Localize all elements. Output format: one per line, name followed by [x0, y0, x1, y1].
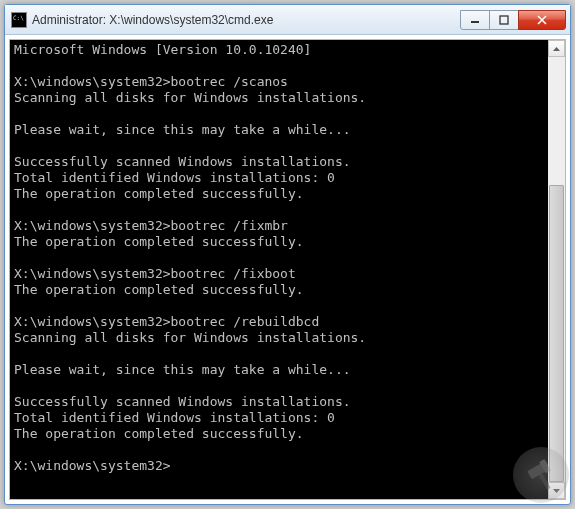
maximize-icon	[499, 15, 509, 25]
titlebar[interactable]: Administrator: X:\windows\system32\cmd.e…	[5, 5, 570, 35]
svg-marker-4	[553, 47, 560, 51]
window-controls	[461, 10, 566, 30]
close-button[interactable]	[518, 10, 566, 30]
window-title: Administrator: X:\windows\system32\cmd.e…	[32, 13, 461, 27]
scroll-up-button[interactable]	[548, 40, 565, 57]
cmd-icon	[11, 12, 27, 28]
close-icon	[536, 15, 548, 25]
svg-rect-0	[471, 21, 479, 23]
chevron-up-icon	[553, 47, 560, 51]
svg-marker-5	[553, 489, 560, 493]
minimize-button[interactable]	[460, 10, 490, 30]
minimize-icon	[470, 15, 480, 25]
scrollbar-thumb[interactable]	[549, 185, 564, 483]
console-viewport: Microsoft Windows [Version 10.0.10240] X…	[9, 39, 566, 500]
console-output[interactable]: Microsoft Windows [Version 10.0.10240] X…	[10, 40, 548, 499]
chevron-down-icon	[553, 489, 560, 493]
vertical-scrollbar[interactable]	[548, 40, 565, 499]
scrollbar-track[interactable]	[548, 57, 565, 482]
cmd-window: Administrator: X:\windows\system32\cmd.e…	[4, 4, 571, 505]
maximize-button[interactable]	[489, 10, 519, 30]
scroll-down-button[interactable]	[548, 482, 565, 499]
svg-rect-1	[500, 16, 508, 24]
